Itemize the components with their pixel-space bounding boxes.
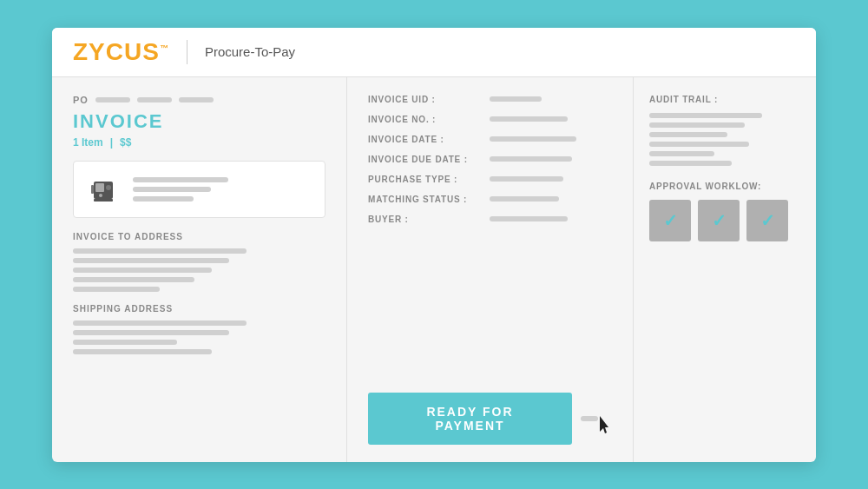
field-buyer: BUYER : — [368, 215, 612, 224]
header-divider — [187, 40, 187, 64]
field-value-purchase — [490, 176, 563, 182]
audit-bar4 — [649, 142, 749, 147]
logo-text: ZYCUS — [73, 38, 160, 65]
matching-bar — [490, 196, 559, 202]
btn-side-bars — [581, 416, 598, 421]
product-bar3 — [133, 196, 194, 202]
check-icon-2: ✓ — [712, 210, 727, 231]
field-value-matching — [490, 196, 559, 202]
field-invoice-due-date: INVOICE DUE DATE : — [368, 155, 612, 164]
shipping-address-lines — [73, 320, 326, 354]
svg-rect-1 — [95, 183, 104, 192]
invoice-title: INVOICE — [73, 110, 326, 133]
field-invoice-date: INVOICE DATE : — [368, 135, 612, 144]
field-matching-status: MATCHING STATUS : — [368, 195, 612, 204]
field-label-date: INVOICE DATE : — [368, 135, 481, 144]
field-purchase-type: PURCHASE TYPE : — [368, 175, 612, 184]
invoice-item-count: 1 Item — [73, 136, 103, 149]
due-date-bar — [490, 156, 572, 162]
svg-rect-5 — [91, 185, 94, 194]
buyer-bar — [490, 216, 568, 221]
addr-bar4 — [73, 277, 194, 282]
po-bar3 — [179, 97, 214, 102]
field-value-buyer — [490, 216, 568, 221]
audit-bar2 — [649, 122, 745, 128]
field-value-no — [490, 116, 568, 122]
side-bar1 — [581, 416, 598, 421]
field-label-buyer: BUYER : — [368, 215, 481, 224]
svg-rect-2 — [106, 185, 111, 190]
app-title: Procure-To-Pay — [205, 44, 295, 59]
field-invoice-no: INVOICE NO. : — [368, 115, 612, 124]
product-card — [73, 161, 326, 218]
audit-lines — [649, 113, 800, 166]
mid-panel: INVOICE UID : INVOICE NO. : INVOICE DATE… — [347, 77, 634, 462]
addr-bar2 — [73, 258, 229, 263]
content-area: PO INVOICE 1 Item | $$ — [52, 77, 816, 462]
po-line: PO — [73, 95, 326, 105]
addr-bar1 — [73, 248, 247, 254]
date-bar — [490, 136, 576, 142]
field-label-no: INVOICE NO. : — [368, 115, 481, 124]
logo: ZYCUS™ — [73, 40, 169, 64]
approval-box-1: ✓ — [649, 200, 691, 241]
ship-bar1 — [73, 320, 247, 326]
audit-trail-label: AUDIT TRAIL : — [649, 95, 800, 104]
app-header: ZYCUS™ Procure-To-Pay — [52, 28, 816, 77]
invoice-address-label: INVOICE TO ADDRESS — [73, 232, 326, 241]
main-card: ZYCUS™ Procure-To-Pay PO INVOICE 1 Item … — [52, 28, 816, 462]
audit-bar3 — [649, 132, 727, 137]
approval-box-2: ✓ — [698, 200, 740, 241]
field-value-uid — [490, 96, 542, 102]
field-label-matching: MATCHING STATUS : — [368, 195, 481, 204]
svg-rect-4 — [94, 199, 113, 202]
no-bar — [490, 116, 568, 122]
uid-bar — [490, 96, 542, 102]
right-panel: AUDIT TRAIL : APPROVAL WORKLOW: ✓ ✓ ✓ — [634, 77, 816, 462]
invoice-address-lines — [73, 248, 326, 292]
shipping-address-label: SHIPPING ADDRESS — [73, 304, 326, 314]
field-label-uid: INVOICE UID : — [368, 95, 481, 104]
approval-boxes: ✓ ✓ ✓ — [649, 200, 800, 241]
audit-bar1 — [649, 113, 762, 118]
field-value-date — [490, 136, 576, 142]
invoice-sub: 1 Item | $$ — [73, 136, 326, 149]
field-value-due-date — [490, 156, 572, 162]
ship-bar4 — [73, 349, 212, 354]
field-invoice-uid: INVOICE UID : — [368, 95, 612, 104]
logo-tm: ™ — [160, 43, 169, 52]
ready-for-payment-button[interactable]: READY FOR PAYMENT — [368, 393, 572, 445]
audit-bar5 — [649, 151, 714, 156]
po-bar2 — [137, 97, 172, 102]
purchase-bar — [490, 176, 563, 182]
check-icon-1: ✓ — [663, 210, 678, 231]
check-icon-3: ✓ — [760, 210, 775, 231]
approval-label: APPROVAL WORKLOW: — [649, 182, 800, 191]
ship-bar2 — [73, 330, 229, 335]
ship-bar3 — [73, 340, 177, 345]
field-label-due-date: INVOICE DUE DATE : — [368, 155, 481, 164]
svg-rect-3 — [99, 194, 102, 197]
product-icon — [84, 170, 122, 208]
left-panel: PO INVOICE 1 Item | $$ — [52, 77, 347, 462]
product-bar2 — [133, 187, 211, 192]
product-lines — [133, 177, 314, 202]
product-bar1 — [133, 177, 228, 182]
po-bar1 — [95, 97, 130, 102]
field-label-purchase: PURCHASE TYPE : — [368, 175, 481, 184]
audit-bar6 — [649, 161, 732, 166]
addr-bar5 — [73, 287, 160, 292]
approval-box-3: ✓ — [746, 200, 788, 241]
btn-row: READY FOR PAYMENT — [368, 384, 612, 445]
cursor-indicator — [600, 416, 612, 439]
addr-bar3 — [73, 268, 212, 273]
invoice-currency: $$ — [120, 136, 131, 149]
po-label: PO — [73, 95, 89, 105]
